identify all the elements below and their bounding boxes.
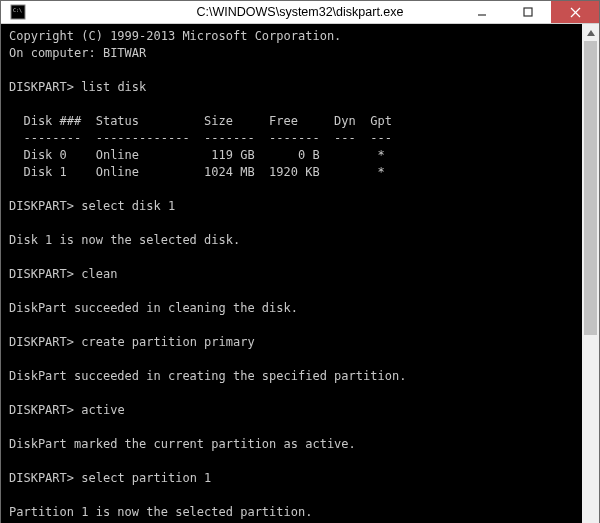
output-line: DiskPart succeeded in creating the speci… <box>9 368 574 385</box>
maximize-button[interactable] <box>505 1 551 23</box>
svg-marker-6 <box>587 30 595 36</box>
close-button[interactable] <box>551 1 599 23</box>
client-area: Copyright (C) 1999-2013 Microsoft Corpor… <box>1 24 599 523</box>
computer-line: On computer: BITWAR <box>9 45 574 62</box>
copyright-line: Copyright (C) 1999-2013 Microsoft Corpor… <box>9 28 574 45</box>
disk-table-header: Disk ### Status Size Free Dyn Gpt <box>9 113 574 130</box>
prompt: DISKPART> <box>9 199 74 213</box>
blank-line <box>9 62 574 79</box>
command-text: select partition 1 <box>81 471 211 485</box>
blank-line <box>9 317 574 334</box>
titlebar[interactable]: C:\ C:\WINDOWS\system32\diskpart.exe <box>1 1 599 24</box>
blank-line <box>9 453 574 470</box>
prompt-line: DISKPART> create partition primary <box>9 334 574 351</box>
blank-line <box>9 249 574 266</box>
blank-line <box>9 487 574 504</box>
disk-table-row: Disk 1 Online 1024 MB 1920 KB * <box>9 164 574 181</box>
command-text: select disk 1 <box>81 199 175 213</box>
vertical-scrollbar[interactable] <box>582 24 599 523</box>
blank-line <box>9 215 574 232</box>
blank-line <box>9 96 574 113</box>
prompt-line: DISKPART> active <box>9 402 574 419</box>
terminal-output[interactable]: Copyright (C) 1999-2013 Microsoft Corpor… <box>1 24 582 523</box>
svg-text:C:\: C:\ <box>13 7 22 13</box>
output-line: Partition 1 is now the selected partitio… <box>9 504 574 521</box>
blank-line <box>9 419 574 436</box>
prompt: DISKPART> <box>9 403 74 417</box>
prompt: DISKPART> <box>9 335 74 349</box>
blank-line <box>9 351 574 368</box>
window-controls <box>459 1 599 23</box>
minimize-button[interactable] <box>459 1 505 23</box>
scroll-up-button[interactable] <box>582 24 599 41</box>
prompt: DISKPART> <box>9 267 74 281</box>
output-line: DiskPart succeeded in cleaning the disk. <box>9 300 574 317</box>
command-text: clean <box>81 267 117 281</box>
scrollbar-thumb[interactable] <box>584 41 597 335</box>
svg-rect-3 <box>524 8 532 16</box>
scrollbar-track[interactable] <box>582 41 599 523</box>
command-text: create partition primary <box>81 335 254 349</box>
prompt-line: DISKPART> list disk <box>9 79 574 96</box>
prompt: DISKPART> <box>9 471 74 485</box>
disk-table-divider: -------- ------------- ------- ------- -… <box>9 130 574 147</box>
blank-line <box>9 181 574 198</box>
output-line: DiskPart marked the current partition as… <box>9 436 574 453</box>
diskpart-window: C:\ C:\WINDOWS\system32\diskpart.exe Cop… <box>0 0 600 523</box>
command-text: active <box>81 403 124 417</box>
prompt: DISKPART> <box>9 80 74 94</box>
app-icon: C:\ <box>7 1 29 23</box>
prompt-line: DISKPART> select disk 1 <box>9 198 574 215</box>
prompt-line: DISKPART> select partition 1 <box>9 470 574 487</box>
disk-table-row: Disk 0 Online 119 GB 0 B * <box>9 147 574 164</box>
blank-line <box>9 385 574 402</box>
output-line: Disk 1 is now the selected disk. <box>9 232 574 249</box>
command-text: list disk <box>81 80 146 94</box>
blank-line <box>9 283 574 300</box>
prompt-line: DISKPART> clean <box>9 266 574 283</box>
